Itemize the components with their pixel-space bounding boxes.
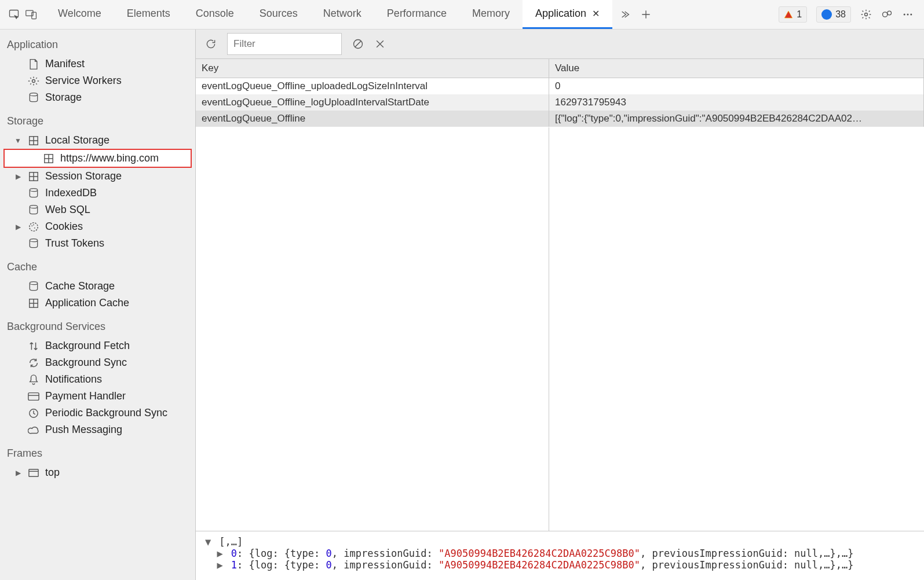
sidebar-item-notifications[interactable]: Notifications [0,371,195,388]
database-icon [28,281,39,292]
section-cache-title: Cache [0,252,195,278]
devtools-tabstrip: Welcome Elements Console Sources Network… [0,0,924,30]
clear-icon[interactable] [352,38,364,50]
sidebar-item-label: https://www.bing.com [60,152,159,164]
sidebar-item-label: Trust Tokens [45,237,104,249]
sidebar-item-label: Push Messaging [45,424,122,436]
svg-rect-23 [28,392,39,400]
tab-sources[interactable]: Sources [247,0,311,29]
tab-application[interactable]: Application ✕ [523,0,612,29]
inspect-icon[interactable] [8,9,20,20]
sidebar-item-service-workers[interactable]: Service Workers [0,72,195,89]
delete-selected-icon[interactable] [374,38,386,50]
section-background-title: Background Services [0,311,195,337]
table-row[interactable]: eventLogQueue_Offline_uploadedLogSizeInI… [196,78,924,94]
tab-console[interactable]: Console [183,0,247,29]
column-header-key[interactable]: Key [196,59,549,78]
grid-icon [28,298,39,309]
preview-index: 1 [231,559,237,571]
sidebar-item-label: top [45,467,60,479]
chevron-right-icon[interactable]: ▶ [14,172,22,181]
svg-rect-25 [29,469,38,476]
database-icon [28,188,39,199]
cloud-icon [28,424,39,436]
cell-value[interactable]: 1629731795943 [549,94,924,111]
more-tabs-icon[interactable] [618,9,630,20]
sidebar-item-manifest[interactable]: Manifest [0,56,195,72]
issues-info-badge[interactable]: 38 [816,6,851,23]
info-dot-icon [821,9,832,20]
sidebar-item-background-fetch[interactable]: Background Fetch [0,337,195,354]
svg-point-19 [33,224,34,225]
sidebar-item-trust-tokens[interactable]: Trust Tokens [0,235,195,252]
settings-icon[interactable] [860,9,872,20]
file-icon [28,58,39,70]
table-empty-area [196,127,924,531]
sidebar-item-indexeddb[interactable]: IndexedDB [0,185,195,201]
tab-elements[interactable]: Elements [114,0,183,29]
sidebar-item-label: Application Cache [45,297,129,309]
table-row[interactable]: eventLogQueue_Offline [{"log":{"type":0,… [196,111,924,127]
sidebar-item-label: Background Sync [45,357,127,369]
sidebar-item-cookies[interactable]: ▶ Cookies [0,218,195,235]
sidebar-item-push-messaging[interactable]: Push Messaging [0,421,195,438]
cell-value[interactable]: 0 [549,78,924,94]
tab-label: Welcome [58,8,101,20]
sidebar-item-local-storage-origin[interactable]: https://www.bing.com [3,149,192,168]
sidebar-item-application-cache[interactable]: Application Cache [0,295,195,311]
chevron-right-icon[interactable]: ▶ [14,469,22,477]
tab-network[interactable]: Network [311,0,374,29]
cell-key[interactable]: eventLogQueue_Offline_uploadedLogSizeInI… [196,78,549,94]
sidebar-item-local-storage[interactable]: ▼ Local Storage [0,132,195,149]
svg-point-16 [30,222,38,230]
cell-value[interactable]: [{"log":{"type":0,"impressionGuid":"A905… [549,111,924,127]
sidebar-item-background-sync[interactable]: Background Sync [0,354,195,371]
preview-root: [,…] [219,536,243,548]
svg-point-15 [30,205,37,208]
svg-point-21 [30,281,37,284]
preview-guid: A9050994B2EB426284C2DAA0225C98B0 [444,548,634,559]
transfer-icon [28,340,39,352]
close-icon[interactable]: ✕ [592,8,600,19]
add-tab-icon[interactable] [640,9,652,20]
device-toggle-icon[interactable] [25,9,37,20]
chevron-right-icon[interactable]: ▶ [14,223,22,231]
filter-input[interactable] [227,33,342,55]
refresh-icon[interactable] [205,38,217,50]
table-row[interactable]: eventLogQueue_Offline_logUploadIntervalS… [196,94,924,111]
tab-welcome[interactable]: Welcome [45,0,114,29]
database-icon [28,204,39,216]
grid-icon [28,171,39,182]
sidebar-item-periodic-sync[interactable]: Periodic Background Sync [0,405,195,421]
preview-index: 0 [231,548,237,559]
window-icon [28,467,39,479]
sidebar-item-session-storage[interactable]: ▶ Session Storage [0,168,195,185]
sidebar-item-cache-storage[interactable]: Cache Storage [0,278,195,295]
application-sidebar[interactable]: Application Manifest Service Workers Sto… [0,30,196,580]
chevron-down-icon[interactable]: ▼ [14,137,22,145]
grid-icon [28,135,39,146]
svg-point-4 [883,12,888,17]
section-application-title: Application [0,30,195,56]
tab-memory[interactable]: Memory [459,0,523,29]
column-header-value[interactable]: Value [549,59,924,78]
issues-warning-badge[interactable]: 1 [779,6,807,23]
value-preview-pane[interactable]: ▼ [,…] ▶ 0: {log: {type: 0, impressionGu… [196,531,924,580]
sync-icon [28,357,39,369]
sidebar-item-label: Web SQL [45,204,90,216]
svg-point-7 [907,14,909,16]
svg-point-14 [30,188,37,191]
tab-label: Console [196,8,234,20]
tab-performance[interactable]: Performance [374,0,459,29]
more-options-icon[interactable] [902,9,914,20]
sidebar-item-storage[interactable]: Storage [0,89,195,106]
sidebar-item-websql[interactable]: Web SQL [0,201,195,218]
preview-guid: A9050994B2EB426284C2DAA0225C98B0 [444,559,634,571]
sidebar-item-frame-top[interactable]: ▶ top [0,464,195,481]
cell-key[interactable]: eventLogQueue_Offline [196,111,549,127]
cell-key[interactable]: eventLogQueue_Offline_logUploadIntervalS… [196,94,549,111]
sidebar-item-payment-handler[interactable]: Payment Handler [0,388,195,405]
feedback-icon[interactable] [881,9,893,20]
svg-point-5 [888,11,892,15]
svg-point-20 [30,238,37,241]
